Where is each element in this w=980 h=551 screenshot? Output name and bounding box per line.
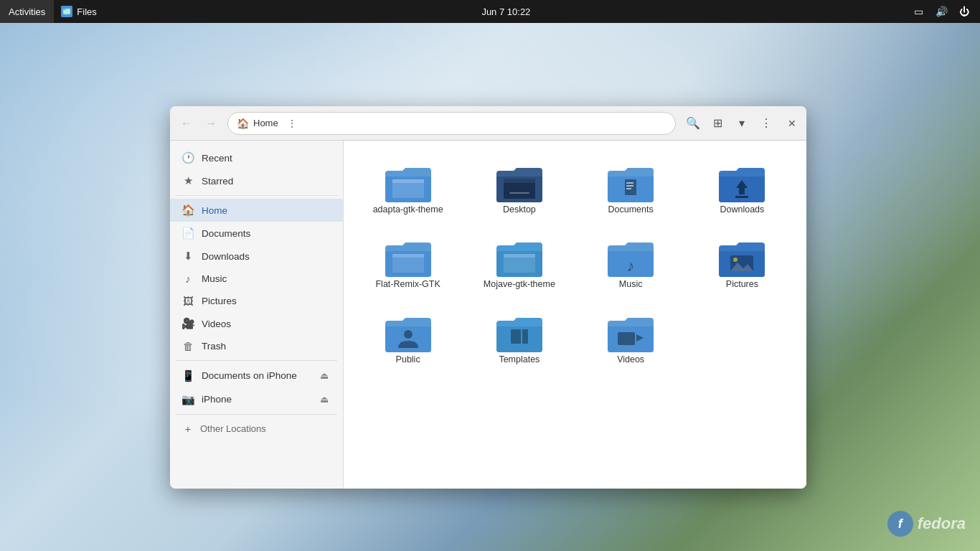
file-label-pictures: Pictures <box>726 278 758 290</box>
sidebar-label-home: Home <box>202 205 227 216</box>
sidebar-item-videos[interactable]: 🎥 Videos <box>170 312 343 335</box>
svg-rect-12 <box>735 196 748 198</box>
search-button[interactable]: 🔍 <box>682 112 705 135</box>
sidebar-label-docs-iphone: Documents on iPhone <box>202 370 297 381</box>
downloads-icon: ⬇ <box>182 250 194 263</box>
sidebar-sep-1 <box>176 195 337 196</box>
sidebar-item-pictures[interactable]: 🖼 Pictures <box>170 290 343 312</box>
folder-icon-videos <box>605 311 656 354</box>
pictures-icon: 🖼 <box>182 295 194 307</box>
documents-icon: 📄 <box>182 227 194 240</box>
back-button[interactable]: ← <box>176 113 197 134</box>
folder-icon-music: ♪ <box>605 235 656 278</box>
folder-icon-documents <box>605 161 656 204</box>
sidebar-item-iphone[interactable]: 📷 iPhone ⏏ <box>170 387 343 411</box>
music-icon: ♪ <box>182 273 194 285</box>
sidebar-label-iphone: iPhone <box>202 394 232 405</box>
iphone-eject[interactable]: ⏏ <box>317 392 331 406</box>
svg-rect-24 <box>618 332 635 345</box>
recent-icon: 🕐 <box>182 151 194 164</box>
sidebar-item-documents[interactable]: 📄 Documents <box>170 222 343 245</box>
file-item-mojave[interactable]: Mojave-gtk-theme <box>466 227 572 296</box>
sidebar-label-pictures: Pictures <box>202 296 237 306</box>
file-label-adapta: adapta-gtk-theme <box>373 204 443 215</box>
topbar-system-icons: ▭ 🔊 ⏻ <box>908 1 980 22</box>
file-item-pictures[interactable]: Pictures <box>689 227 795 296</box>
folder-icon-downloads <box>716 161 768 204</box>
volume-icon[interactable]: 🔊 <box>931 1 951 22</box>
home-icon: 🏠 <box>182 204 194 217</box>
sidebar-item-starred[interactable]: ★ Starred <box>170 169 343 192</box>
iphone-icon: 📷 <box>182 393 194 406</box>
file-label-downloads: Downloads <box>720 204 764 215</box>
svg-rect-8 <box>626 182 633 184</box>
file-grid: adapta-gtk-theme Desktop <box>355 152 795 371</box>
app-menu-button[interactable]: Files <box>54 0 103 23</box>
sidebar-sep-3 <box>176 414 337 415</box>
docs-iphone-eject[interactable]: ⏏ <box>317 369 331 382</box>
docs-iphone-icon: 📱 <box>182 369 194 382</box>
sidebar-item-music[interactable]: ♪ Music <box>170 268 343 290</box>
sort-button[interactable]: ▾ <box>730 112 753 135</box>
close-button[interactable]: ✕ <box>783 115 801 132</box>
file-label-music: Music <box>619 278 643 290</box>
folder-icon-pictures <box>716 235 768 278</box>
file-item-public[interactable]: Public <box>355 302 461 371</box>
file-item-desktop[interactable]: Desktop <box>466 152 572 221</box>
folder-icon-public <box>382 311 434 354</box>
display-icon[interactable]: ▭ <box>908 1 928 22</box>
svg-text:♪: ♪ <box>627 257 635 275</box>
file-item-videos[interactable]: Videos <box>578 302 684 371</box>
videos-icon: 🎥 <box>182 317 194 330</box>
headerbar: ← → 🏠 Home ⋮ 🔍 ⊞ ▾ ⋮ ✕ <box>170 106 806 141</box>
fedora-logo: f fedora <box>887 511 966 537</box>
sidebar-item-home[interactable]: 🏠 Home <box>170 199 343 222</box>
file-item-documents[interactable]: Documents <box>578 152 684 221</box>
svg-rect-7 <box>625 179 636 195</box>
file-label-documents: Documents <box>608 204 654 215</box>
file-item-music[interactable]: ♪ Music <box>578 227 684 296</box>
sidebar-label-documents: Documents <box>202 228 250 239</box>
forward-button[interactable]: → <box>200 113 222 134</box>
app-label: Files <box>77 6 96 17</box>
svg-rect-23 <box>522 329 528 344</box>
svg-rect-3 <box>392 179 424 183</box>
svg-point-19 <box>733 258 738 262</box>
sidebar-other-locations[interactable]: + Other Locations <box>170 418 343 440</box>
folder-icon-desktop <box>494 161 545 204</box>
topbar: Activities Files Jun 7 10:22 ▭ 🔊 ⏻ <box>0 0 980 23</box>
file-label-public: Public <box>396 354 420 365</box>
file-item-templates[interactable]: Templates <box>466 302 572 371</box>
trash-icon: 🗑 <box>182 340 194 352</box>
power-icon[interactable]: ⏻ <box>954 1 974 22</box>
file-item-downloads[interactable]: Downloads <box>689 152 795 221</box>
folder-icon-mojave <box>494 235 545 278</box>
location-menu-button[interactable]: ⋮ <box>283 114 301 133</box>
activities-button[interactable]: Activities <box>0 0 54 23</box>
topbar-datetime: Jun 7 10:22 <box>104 6 908 17</box>
file-manager-window: ← → 🏠 Home ⋮ 🔍 ⊞ ▾ ⋮ ✕ 🕐 Recent ★ Starre… <box>170 106 806 489</box>
svg-rect-16 <box>504 254 535 258</box>
folder-icon-adapta <box>382 161 434 204</box>
location-home-icon: 🏠 <box>237 118 249 129</box>
sidebar-item-downloads[interactable]: ⬇ Downloads <box>170 245 343 268</box>
file-label-mojave: Mojave-gtk-theme <box>484 278 555 290</box>
fedora-logo-circle: f <box>887 511 913 537</box>
folder-icon-flat-remix <box>382 235 434 278</box>
sidebar-item-docs-iphone[interactable]: 📱 Documents on iPhone ⏏ <box>170 364 343 387</box>
view-toggle-button[interactable]: ⊞ <box>706 112 729 135</box>
file-item-flat-remix[interactable]: Flat-Remix-GTK <box>355 227 461 296</box>
sidebar-item-trash[interactable]: 🗑 Trash <box>170 335 343 357</box>
sidebar-label-trash: Trash <box>202 341 226 352</box>
sidebar-item-recent[interactable]: 🕐 Recent <box>170 146 343 169</box>
file-item-adapta-gtk-theme[interactable]: adapta-gtk-theme <box>355 152 461 221</box>
window-body: 🕐 Recent ★ Starred 🏠 Home 📄 Documents ⬇ … <box>170 141 806 489</box>
app-menu-button[interactable]: ⋮ <box>755 112 778 135</box>
file-label-videos: Videos <box>617 354 644 365</box>
fedora-label: fedora <box>918 514 966 533</box>
sidebar-label-music: Music <box>202 273 227 284</box>
location-bar[interactable]: 🏠 Home ⋮ <box>227 112 676 135</box>
other-locations-icon: + <box>182 423 194 435</box>
files-app-icon <box>61 6 72 17</box>
sidebar-label-videos: Videos <box>202 319 231 329</box>
